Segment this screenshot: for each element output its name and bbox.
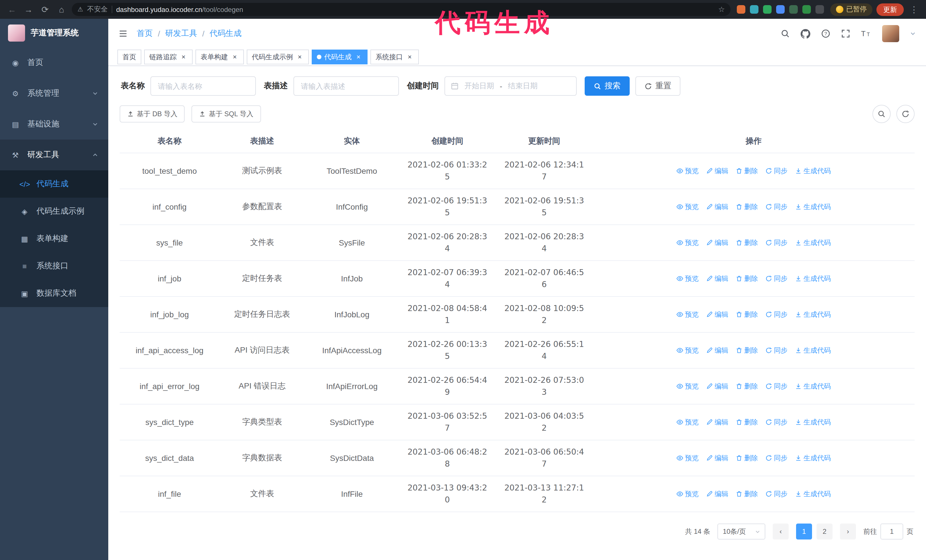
prev-page-button[interactable]: ‹	[773, 524, 789, 539]
fullscreen-icon[interactable]	[841, 29, 850, 38]
breadcrumb-devtools[interactable]: 研发工具	[165, 29, 197, 39]
date-end-placeholder[interactable]: 结束日期	[508, 81, 538, 91]
preview-link[interactable]: 预览	[676, 453, 699, 463]
tab-home[interactable]: 首页	[117, 50, 141, 64]
preview-link[interactable]: 预览	[676, 274, 699, 284]
edit-link[interactable]: 编辑	[706, 489, 728, 499]
sidebar-item-devtools[interactable]: ⚒ 研发工具	[0, 140, 108, 171]
import-sql-button[interactable]: 基于 SQL 导入	[192, 106, 261, 122]
sidebar-toggle-icon[interactable]	[118, 29, 128, 38]
browser-back-icon[interactable]: ←	[6, 5, 18, 14]
delete-link[interactable]: 删除	[736, 309, 758, 319]
edit-link[interactable]: 编辑	[706, 202, 728, 211]
preview-link[interactable]: 预览	[676, 346, 699, 355]
sync-link[interactable]: 同步	[765, 309, 788, 319]
delete-link[interactable]: 删除	[736, 166, 758, 176]
generate-code-link[interactable]: 生成代码	[795, 489, 831, 499]
generate-code-link[interactable]: 生成代码	[795, 346, 831, 355]
extension-dark-green-icon[interactable]	[789, 5, 798, 14]
tab-tracing[interactable]: 链路追踪 ×	[144, 50, 193, 64]
sync-link[interactable]: 同步	[765, 453, 788, 463]
edit-link[interactable]: 编辑	[706, 166, 728, 176]
sync-link[interactable]: 同步	[765, 238, 788, 248]
tab-close-icon[interactable]: ×	[231, 53, 239, 61]
breadcrumb-home[interactable]: 首页	[137, 29, 153, 39]
edit-link[interactable]: 编辑	[706, 309, 728, 319]
delete-link[interactable]: 删除	[736, 346, 758, 355]
table-desc-input[interactable]	[294, 76, 399, 96]
sync-link[interactable]: 同步	[765, 417, 788, 427]
browser-forward-icon[interactable]: →	[22, 5, 35, 14]
delete-link[interactable]: 删除	[736, 489, 758, 499]
preview-link[interactable]: 预览	[676, 309, 699, 319]
generate-code-link[interactable]: 生成代码	[795, 238, 831, 248]
tab-form-builder[interactable]: 表单构建 ×	[195, 50, 244, 64]
extension-teal-icon[interactable]	[750, 5, 758, 14]
extension-puzzle-icon[interactable]	[816, 5, 824, 14]
tab-codegen-demo[interactable]: 代码生成示例 ×	[247, 50, 309, 64]
sidebar-subitem-codegen-demo[interactable]: ◈ 代码生成示例	[0, 198, 108, 225]
app-logo[interactable]: 芋道管理系统	[0, 19, 108, 47]
sync-link[interactable]: 同步	[765, 202, 788, 211]
sidebar-subitem-system-api[interactable]: ≡ 系统接口	[0, 252, 108, 280]
sidebar-subitem-form-builder[interactable]: ▦ 表单构建	[0, 225, 108, 252]
bookmark-star-icon[interactable]: ☆	[718, 5, 725, 14]
toggle-search-button[interactable]	[872, 105, 891, 123]
page-size-select[interactable]: 10条/页	[718, 524, 765, 539]
search-icon[interactable]	[781, 29, 790, 38]
sidebar-subitem-codegen[interactable]: </> 代码生成	[0, 171, 108, 198]
profile-paused-badge[interactable]: 已暂停	[830, 3, 872, 16]
tab-close-icon[interactable]: ×	[354, 53, 362, 61]
chevron-down-icon[interactable]	[910, 31, 916, 36]
tab-close-icon[interactable]: ×	[296, 53, 304, 61]
next-page-button[interactable]: ›	[840, 524, 856, 539]
generate-code-link[interactable]: 生成代码	[795, 417, 831, 427]
browser-reload-icon[interactable]: ⟳	[39, 4, 51, 15]
generate-code-link[interactable]: 生成代码	[795, 166, 831, 176]
sidebar-item-system[interactable]: ⚙ 系统管理	[0, 78, 108, 109]
sync-link[interactable]: 同步	[765, 489, 788, 499]
address-bar[interactable]: ⚠ 不安全 dashboard.yudao.iocoder.cn/tool/co…	[72, 3, 731, 16]
sidebar-item-infra[interactable]: ▤ 基础设施	[0, 109, 108, 140]
browser-menu-icon[interactable]: ⋮	[908, 4, 920, 15]
preview-link[interactable]: 预览	[676, 381, 699, 391]
github-icon[interactable]	[800, 29, 810, 38]
reset-button[interactable]: 重置	[635, 76, 680, 96]
edit-link[interactable]: 编辑	[706, 238, 728, 248]
help-icon[interactable]: ?	[821, 29, 830, 38]
delete-link[interactable]: 删除	[736, 238, 758, 248]
extension-leaf-icon[interactable]	[802, 5, 811, 14]
edit-link[interactable]: 编辑	[706, 346, 728, 355]
date-start-placeholder[interactable]: 开始日期	[465, 81, 494, 91]
edit-link[interactable]: 编辑	[706, 274, 728, 284]
delete-link[interactable]: 删除	[736, 274, 758, 284]
page-button-1[interactable]: 1	[796, 524, 812, 539]
preview-link[interactable]: 预览	[676, 166, 699, 176]
delete-link[interactable]: 删除	[736, 453, 758, 463]
sync-link[interactable]: 同步	[765, 166, 788, 176]
extension-green-check-icon[interactable]	[763, 5, 772, 14]
tab-system-api[interactable]: 系统接口 ×	[371, 50, 419, 64]
generate-code-link[interactable]: 生成代码	[795, 274, 831, 284]
search-button[interactable]: 搜索	[585, 76, 630, 96]
edit-link[interactable]: 编辑	[706, 417, 728, 427]
sidebar-subitem-db-doc[interactable]: ▣ 数据库文档	[0, 280, 108, 307]
generate-code-link[interactable]: 生成代码	[795, 381, 831, 391]
sync-link[interactable]: 同步	[765, 274, 788, 284]
tab-close-icon[interactable]: ×	[180, 53, 188, 61]
browser-home-icon[interactable]: ⌂	[55, 5, 68, 14]
delete-link[interactable]: 删除	[736, 417, 758, 427]
extension-blue-icon[interactable]	[776, 5, 785, 14]
delete-link[interactable]: 删除	[736, 381, 758, 391]
generate-code-link[interactable]: 生成代码	[795, 453, 831, 463]
page-button-2[interactable]: 2	[817, 524, 832, 539]
font-size-icon[interactable]: TT	[861, 29, 871, 38]
import-db-button[interactable]: 基于 DB 导入	[120, 106, 185, 122]
preview-link[interactable]: 预览	[676, 417, 699, 427]
tab-codegen[interactable]: 代码生成 ×	[312, 50, 368, 64]
refresh-button[interactable]	[896, 105, 915, 123]
delete-link[interactable]: 删除	[736, 202, 758, 211]
table-name-input[interactable]	[150, 76, 256, 96]
date-range-picker[interactable]: 开始日期 - 结束日期	[445, 76, 577, 96]
preview-link[interactable]: 预览	[676, 202, 699, 211]
